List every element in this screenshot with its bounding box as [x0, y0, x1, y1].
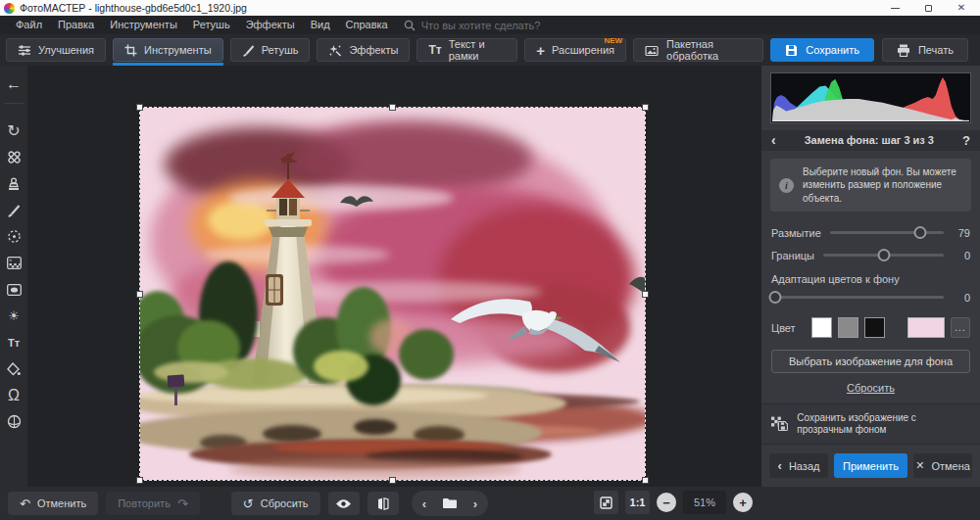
eye-icon: [335, 498, 352, 509]
choose-background-button[interactable]: Выбрать изображение для фона: [771, 350, 970, 373]
minimize-button[interactable]: [890, 3, 900, 13]
menu-retouch[interactable]: Ретушь: [185, 16, 238, 34]
tabbar: Улучшения Инструменты Ретушь: [0, 34, 980, 66]
before-after-button[interactable]: [368, 492, 399, 515]
tab-retouch[interactable]: Ретушь: [230, 38, 311, 62]
selection-handle-top-left[interactable]: [136, 104, 143, 111]
redo-icon: ↷: [177, 497, 188, 510]
sun-glow-tool-icon[interactable]: ☀: [0, 303, 27, 329]
color-adaptation-slider-thumb[interactable]: [768, 291, 781, 304]
selection-handle-bottom-left[interactable]: [136, 477, 143, 484]
menu-help[interactable]: Справка: [338, 16, 396, 34]
reset-link[interactable]: Сбросить: [847, 382, 895, 394]
face-sculpt-tool-icon[interactable]: [0, 408, 27, 435]
clone-stamp-tool-icon[interactable]: [0, 170, 27, 197]
current-color-swatch[interactable]: [907, 317, 945, 338]
back-button[interactable]: ‹ Назад: [769, 453, 828, 478]
background-fill-tool-icon[interactable]: [0, 355, 27, 382]
fit-to-screen-button[interactable]: [594, 491, 618, 514]
next-image-button[interactable]: ›: [463, 491, 488, 516]
liquify-tool-icon[interactable]: Ω: [0, 382, 27, 408]
undo-button[interactable]: ↶ Отменить: [8, 492, 98, 515]
menu-view[interactable]: Вид: [303, 16, 338, 34]
tab-tools[interactable]: Инструменты: [113, 38, 223, 62]
gradient-filter-tool-icon[interactable]: [0, 250, 27, 276]
selection-handle-mid-right[interactable]: [642, 291, 649, 298]
printer-icon: [897, 44, 910, 57]
blur-label: Размытие: [771, 227, 821, 239]
borders-slider[interactable]: [823, 254, 944, 257]
edited-image[interactable]: [140, 108, 645, 480]
blur-slider[interactable]: [830, 231, 944, 234]
print-button[interactable]: Печать: [882, 38, 968, 62]
menu-edit[interactable]: Правка: [50, 16, 102, 34]
white-swatch[interactable]: [811, 317, 832, 338]
selection-handle-bottom-right[interactable]: [642, 477, 649, 484]
menu-file[interactable]: Файл: [8, 16, 50, 34]
color-adaptation-slider-row: 0: [771, 286, 970, 308]
floppy-icon: [785, 44, 798, 57]
panel-actions: ‹ Назад Применить ✕ Отмена: [761, 445, 980, 487]
search-icon: [404, 20, 416, 31]
folder-icon: [442, 497, 458, 509]
redo-button[interactable]: Повторить ↷: [106, 492, 200, 515]
color-adaptation-value: 0: [953, 292, 970, 304]
reset-button[interactable]: ↺ Сбросить: [231, 492, 320, 515]
open-folder-button[interactable]: [437, 491, 463, 516]
tab-batch-processing[interactable]: Пакетная обработка: [633, 38, 763, 62]
tab-text-frames[interactable]: Tт Текст и рамки: [416, 38, 517, 62]
fit-screen-icon: [600, 496, 612, 509]
black-swatch[interactable]: [864, 317, 885, 338]
cancel-button[interactable]: ✕ Отмена: [913, 453, 972, 478]
healing-patch-tool-icon[interactable]: [0, 144, 27, 170]
actual-size-button[interactable]: 1:1: [625, 491, 650, 514]
close-x-icon: ✕: [915, 459, 924, 472]
zoom-out-button[interactable]: −: [657, 493, 676, 512]
adjustment-brush-tool-icon[interactable]: [0, 197, 27, 223]
zoom-level[interactable]: 51%: [683, 491, 726, 514]
rotate-tool-icon[interactable]: ↻: [0, 118, 27, 144]
prev-image-button[interactable]: ‹: [412, 491, 437, 516]
selection-handle-mid-left[interactable]: [136, 291, 143, 298]
close-button[interactable]: ✕: [956, 3, 966, 13]
text-tool-icon[interactable]: Tт: [0, 329, 27, 355]
tab-effects[interactable]: Эффекты: [317, 38, 410, 62]
zoom-controls: 1:1 − 51% +: [594, 491, 753, 514]
info-box: i Выберите новый фон. Вы можете изменить…: [770, 159, 971, 213]
canvas-area[interactable]: [27, 66, 761, 487]
borders-slider-thumb[interactable]: [877, 249, 890, 261]
menu-effects[interactable]: Эффекты: [238, 16, 303, 34]
color-label: Цвет: [771, 322, 796, 334]
menu-tools[interactable]: Инструменты: [102, 16, 185, 34]
restore-button[interactable]: [923, 3, 933, 13]
file-navigator: ‹ ›: [412, 491, 488, 516]
crop-icon: [124, 44, 137, 57]
search-input[interactable]: [421, 20, 637, 31]
split-view-icon: [376, 497, 390, 510]
save-button[interactable]: Сохранить: [770, 38, 874, 62]
gray-swatch[interactable]: [838, 317, 858, 338]
zoom-in-button[interactable]: +: [733, 493, 753, 512]
info-icon: i: [779, 178, 794, 193]
vignette-tool-icon[interactable]: [0, 276, 27, 303]
selection-handle-top-right[interactable]: [642, 104, 649, 111]
radial-filter-tool-icon[interactable]: [0, 223, 27, 250]
apply-button[interactable]: Применить: [834, 453, 907, 478]
tab-enhancements[interactable]: Улучшения: [6, 38, 106, 62]
selection-handle-top-mid[interactable]: [389, 104, 396, 111]
lighthouse-painting: [140, 108, 645, 480]
back-arrow-icon[interactable]: ←: [0, 71, 27, 97]
more-colors-button[interactable]: ...: [951, 317, 970, 338]
selection-handle-bottom-mid[interactable]: [389, 477, 396, 484]
new-badge: NEW: [604, 36, 622, 45]
preview-original-button[interactable]: [328, 492, 360, 515]
save-transparent-row[interactable]: Сохранить изображение с прозрачным фоном: [761, 403, 980, 445]
save-transparent-label: Сохранить изображение с прозрачным фоном: [797, 412, 970, 436]
help-icon[interactable]: ?: [962, 133, 970, 148]
color-row: Цвет ...: [761, 317, 980, 338]
tab-extensions[interactable]: NEW + Расширения: [524, 38, 626, 62]
blur-slider-thumb[interactable]: [913, 226, 926, 239]
color-adaptation-slider[interactable]: [771, 296, 944, 299]
app-logo-icon: [4, 3, 15, 14]
blur-slider-row: Размытие 79: [771, 221, 970, 244]
